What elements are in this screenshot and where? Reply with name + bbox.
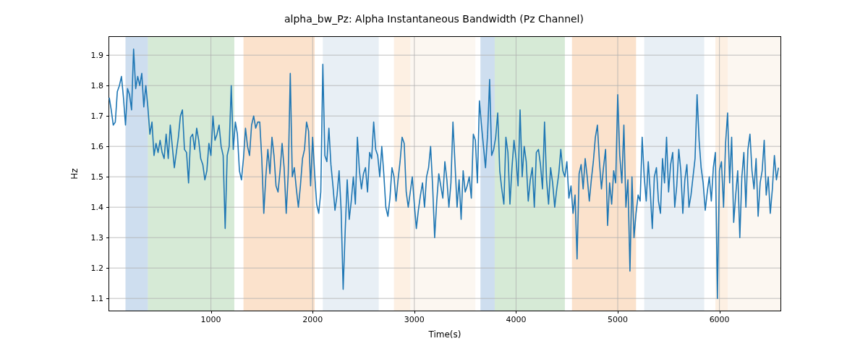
background-band: [244, 37, 315, 311]
background-band: [148, 37, 234, 311]
background-band: [410, 37, 475, 311]
background-band: [480, 37, 495, 311]
background-band: [644, 37, 705, 311]
background-band: [125, 37, 148, 311]
background-band: [394, 37, 410, 311]
background-band: [323, 37, 378, 311]
figure: alpha_bw_Pz: Alpha Instantaneous Bandwid…: [0, 0, 868, 362]
plot-axes: 1000200030004000500060001.11.21.31.41.51…: [109, 36, 781, 311]
x-axis-label: Time(s): [109, 329, 781, 340]
plot-surface: [109, 37, 780, 311]
chart-title: alpha_bw_Pz: Alpha Instantaneous Bandwid…: [0, 13, 868, 25]
y-axis-label: Hz: [67, 36, 82, 311]
background-band: [728, 37, 780, 311]
